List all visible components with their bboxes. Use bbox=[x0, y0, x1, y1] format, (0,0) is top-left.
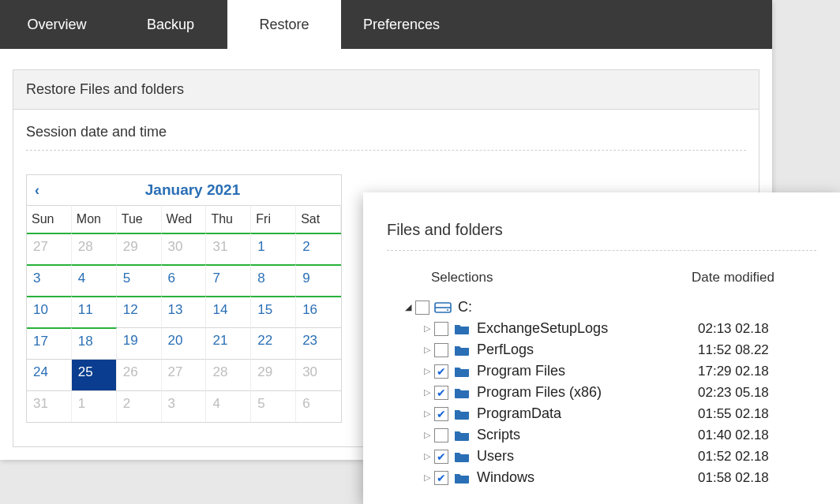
calendar-day[interactable]: 2 bbox=[296, 233, 341, 264]
tree-folder-row[interactable]: ▷ExchangeSetupLogs02:13 02.18 bbox=[387, 318, 816, 339]
expander-icon[interactable]: ▷ bbox=[422, 472, 433, 483]
folder-icon bbox=[453, 471, 471, 485]
tab-overview[interactable]: Overview bbox=[0, 0, 114, 49]
folder-label: Program Files bbox=[477, 363, 698, 379]
folder-icon bbox=[453, 322, 471, 336]
folder-label: PerfLogs bbox=[477, 342, 698, 358]
calendar-day[interactable]: 2 bbox=[117, 390, 162, 422]
calendar-day[interactable]: 21 bbox=[206, 327, 251, 359]
row-date: 01:55 02.18 bbox=[698, 406, 816, 422]
checkbox[interactable] bbox=[434, 322, 448, 336]
files-panel: Files and folders Selections Date modifi… bbox=[363, 192, 840, 504]
calendar-day[interactable]: 6 bbox=[296, 390, 341, 422]
checkbox[interactable]: ✔ bbox=[434, 471, 448, 485]
folder-icon bbox=[453, 407, 471, 421]
tab-restore[interactable]: Restore bbox=[227, 0, 341, 49]
calendar-header: ‹ January 2021 bbox=[27, 175, 341, 205]
calendar-day[interactable]: 31 bbox=[206, 233, 251, 264]
calendar-day[interactable]: 3 bbox=[162, 390, 207, 422]
calendar-day[interactable]: 28 bbox=[206, 359, 251, 390]
tree-folder-row[interactable]: ▷✔ProgramData01:55 02.18 bbox=[387, 403, 816, 424]
calendar-day[interactable]: 28 bbox=[72, 233, 117, 264]
folder-icon bbox=[453, 364, 471, 379]
panel-title: Restore Files and folders bbox=[13, 70, 759, 110]
expander-icon[interactable]: ▷ bbox=[422, 366, 433, 376]
expander-icon[interactable]: ◢ bbox=[403, 302, 414, 312]
calendar-day[interactable]: 5 bbox=[251, 390, 296, 422]
checkbox[interactable] bbox=[415, 301, 429, 315]
calendar-day[interactable]: 16 bbox=[296, 296, 341, 327]
folder-label: Scripts bbox=[477, 427, 698, 443]
tree-folder-row[interactable]: ▷✔Program Files17:29 02.18 bbox=[387, 360, 816, 382]
calendar-dow-mon: Mon bbox=[72, 205, 117, 233]
row-date: 11:52 08.22 bbox=[698, 342, 816, 358]
calendar-dow-sun: Sun bbox=[27, 205, 72, 233]
calendar-day[interactable]: 8 bbox=[251, 264, 296, 296]
calendar-day[interactable]: 14 bbox=[206, 296, 251, 327]
tree-folder-row[interactable]: ▷Scripts01:40 02.18 bbox=[387, 424, 816, 446]
row-date: 02:23 05.18 bbox=[698, 385, 816, 401]
calendar-day[interactable]: 6 bbox=[162, 264, 207, 296]
expander-icon[interactable]: ▷ bbox=[422, 387, 433, 398]
checkbox[interactable] bbox=[434, 428, 448, 442]
calendar-day[interactable]: 30 bbox=[162, 233, 207, 264]
tree-folder-row[interactable]: ▷✔Users01:52 02.18 bbox=[387, 446, 816, 467]
folder-icon bbox=[453, 386, 471, 400]
calendar-day[interactable]: 18 bbox=[72, 327, 117, 359]
calendar-day[interactable]: 19 bbox=[117, 327, 162, 359]
folder-label: ProgramData bbox=[477, 405, 698, 422]
checkbox[interactable]: ✔ bbox=[434, 386, 448, 400]
calendar-day[interactable]: 12 bbox=[117, 296, 162, 327]
calendar-dow-sat: Sat bbox=[296, 205, 341, 233]
calendar-day[interactable]: 20 bbox=[162, 327, 207, 359]
calendar-day[interactable]: 15 bbox=[251, 296, 296, 327]
expander-icon[interactable]: ▷ bbox=[422, 430, 433, 440]
expander-icon[interactable]: ▷ bbox=[422, 451, 433, 461]
calendar-dow-fri: Fri bbox=[251, 205, 296, 233]
calendar-day[interactable]: 1 bbox=[72, 390, 117, 422]
calendar-day[interactable]: 7 bbox=[206, 264, 251, 296]
tab-backup[interactable]: Backup bbox=[114, 0, 227, 49]
calendar-day[interactable]: 17 bbox=[27, 327, 72, 359]
calendar-dow-wed: Wed bbox=[162, 205, 207, 233]
drive-label: C: bbox=[458, 299, 698, 315]
calendar-day[interactable]: 3 bbox=[27, 264, 72, 296]
calendar-day[interactable]: 24 bbox=[27, 359, 72, 390]
calendar-day[interactable]: 4 bbox=[72, 264, 117, 296]
tab-preferences[interactable]: Preferences bbox=[341, 0, 462, 49]
tree-folder-row[interactable]: ▷✔Windows01:58 02.18 bbox=[387, 467, 816, 488]
calendar-day[interactable]: 22 bbox=[251, 327, 296, 359]
calendar-day[interactable]: 29 bbox=[251, 359, 296, 390]
calendar-day[interactable]: 26 bbox=[117, 359, 162, 390]
calendar-day[interactable]: 30 bbox=[296, 359, 341, 390]
calendar-title: January 2021 bbox=[52, 181, 333, 199]
calendar-day[interactable]: 13 bbox=[162, 296, 207, 327]
calendar-day[interactable]: 5 bbox=[117, 264, 162, 296]
calendar-day[interactable]: 29 bbox=[117, 233, 162, 264]
calendar-day[interactable]: 1 bbox=[251, 233, 296, 264]
tree-folder-row[interactable]: ▷PerfLogs11:52 08.22 bbox=[387, 339, 816, 360]
checkbox[interactable]: ✔ bbox=[434, 364, 448, 379]
svg-point-2 bbox=[447, 309, 448, 311]
checkbox[interactable]: ✔ bbox=[434, 450, 448, 464]
tab-bar: Overview Backup Restore Preferences bbox=[0, 0, 772, 49]
calendar-day-selected[interactable]: 25 bbox=[72, 359, 117, 390]
tree-folder-row[interactable]: ▷✔Program Files (x86)02:23 05.18 bbox=[387, 382, 816, 403]
calendar-prev-icon[interactable]: ‹ bbox=[35, 182, 52, 199]
calendar-day[interactable]: 23 bbox=[296, 327, 341, 359]
calendar-day[interactable]: 4 bbox=[206, 390, 251, 422]
checkbox[interactable] bbox=[434, 343, 448, 357]
row-date: 17:29 02.18 bbox=[698, 364, 816, 379]
calendar-day[interactable]: 31 bbox=[27, 390, 72, 422]
calendar-day[interactable]: 9 bbox=[296, 264, 341, 296]
expander-icon[interactable]: ▷ bbox=[422, 345, 433, 355]
checkbox[interactable]: ✔ bbox=[434, 407, 448, 421]
expander-icon[interactable]: ▷ bbox=[422, 323, 433, 334]
calendar-day[interactable]: 10 bbox=[27, 296, 72, 327]
tree-drive-row[interactable]: ◢ C: bbox=[387, 297, 816, 318]
calendar-day[interactable]: 27 bbox=[27, 233, 72, 264]
calendar-day[interactable]: 11 bbox=[72, 296, 117, 327]
calendar-day[interactable]: 27 bbox=[162, 359, 207, 390]
folder-label: Windows bbox=[477, 469, 698, 486]
expander-icon[interactable]: ▷ bbox=[422, 409, 433, 419]
